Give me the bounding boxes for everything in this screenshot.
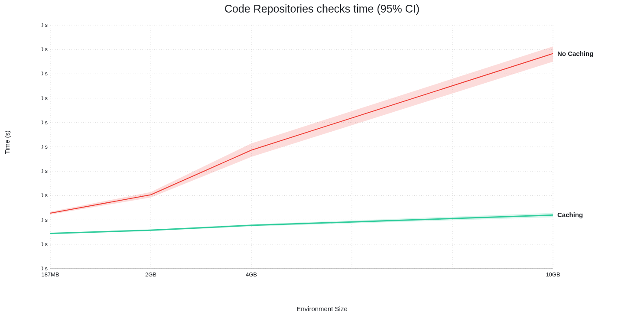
y-axis: 0 s90 s180 s270 s360 s450 s540 s630 s720… bbox=[42, 22, 48, 272]
chart-title: Code Repositories checks time (95% CI) bbox=[0, 3, 644, 15]
chart-container: Code Repositories checks time (95% CI) T… bbox=[0, 0, 644, 315]
y-tick-label: 90 s bbox=[42, 241, 48, 247]
y-axis-label: Time (s) bbox=[3, 130, 11, 154]
x-tick-label: 2GB bbox=[145, 271, 156, 278]
plot-area: 0 s90 s180 s270 s360 s450 s540 s630 s720… bbox=[42, 21, 605, 286]
y-tick-label: 540 s bbox=[42, 119, 48, 126]
x-tick-label: 4GB bbox=[246, 271, 257, 278]
x-axis-label: Environment Size bbox=[0, 305, 644, 312]
x-tick-label: 187MB bbox=[42, 271, 59, 278]
y-tick-label: 270 s bbox=[42, 192, 48, 198]
series-labels: No CachingCaching bbox=[557, 50, 593, 219]
no-caching-ci-band bbox=[50, 46, 553, 214]
x-axis: 187MB2GB4GB10GB bbox=[42, 269, 560, 278]
y-tick-label: 630 s bbox=[42, 95, 48, 101]
x-tick-label: 10GB bbox=[546, 271, 560, 278]
y-tick-label: 810 s bbox=[42, 46, 48, 52]
y-tick-label: 720 s bbox=[42, 70, 48, 77]
y-tick-label: 180 s bbox=[42, 217, 48, 223]
grid-horizontal bbox=[50, 25, 553, 269]
y-tick-label: 900 s bbox=[42, 22, 48, 28]
y-tick-label: 450 s bbox=[42, 143, 48, 150]
y-tick-label: 0 s bbox=[42, 265, 48, 272]
caching-line bbox=[50, 215, 553, 233]
caching-label: Caching bbox=[557, 211, 583, 218]
y-tick-label: 360 s bbox=[42, 168, 48, 174]
no-caching-label: No Caching bbox=[557, 50, 593, 57]
confidence-bands bbox=[50, 46, 553, 234]
plot-svg: 0 s90 s180 s270 s360 s450 s540 s630 s720… bbox=[42, 21, 605, 286]
